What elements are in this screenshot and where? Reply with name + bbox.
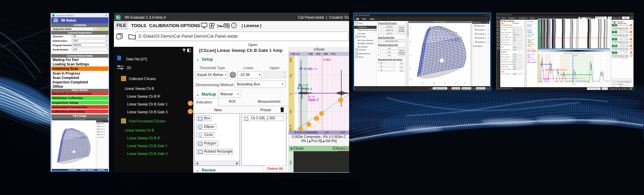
svg-text:0: 0 [289,93,292,95]
svg-text:⌞0: ⌞0 [300,95,303,98]
svg-text:1.2%: 1.2% [574,55,578,57]
svg-text:i: i [234,24,235,27]
svg-text:50: 50 [289,74,292,77]
svg-text:7.2/32 %: 7.2/32 % [305,67,318,71]
svg-text:Gate 1: Gate 1 [302,87,313,91]
svg-text:100: 100 [289,58,292,62]
svg-text:-100 %: -100 % [289,124,292,131]
svg-text:0.903: 0.903 [323,58,331,61]
svg-text:-50: -50 [289,110,292,114]
svg-text:Gate 3: Gate 3 [308,98,319,102]
